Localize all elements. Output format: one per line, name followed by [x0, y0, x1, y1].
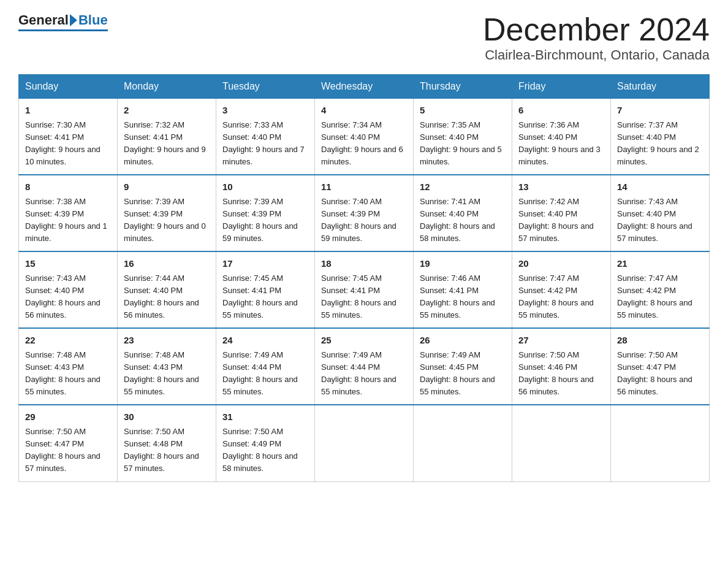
location-title: Clairlea-Birchmount, Ontario, Canada — [483, 47, 710, 63]
day-number: 22 — [25, 334, 111, 348]
calendar-cell — [512, 405, 611, 481]
week-row-3: 15 Sunrise: 7:43 AMSunset: 4:40 PMDaylig… — [19, 251, 710, 328]
day-info: Sunrise: 7:39 AMSunset: 4:39 PMDaylight:… — [124, 197, 206, 243]
weekday-header-saturday: Saturday — [611, 75, 710, 99]
weekday-header-thursday: Thursday — [414, 75, 512, 99]
calendar-cell: 11 Sunrise: 7:40 AMSunset: 4:39 PMDaylig… — [315, 175, 414, 251]
calendar-cell: 22 Sunrise: 7:48 AMSunset: 4:43 PMDaylig… — [19, 328, 118, 405]
day-info: Sunrise: 7:48 AMSunset: 4:43 PMDaylight:… — [25, 350, 100, 396]
day-number: 19 — [420, 257, 506, 271]
day-number: 4 — [321, 104, 407, 118]
day-info: Sunrise: 7:34 AMSunset: 4:40 PMDaylight:… — [321, 120, 403, 166]
day-info: Sunrise: 7:35 AMSunset: 4:40 PMDaylight:… — [420, 120, 502, 166]
day-number: 30 — [124, 410, 210, 424]
calendar-cell: 17 Sunrise: 7:45 AMSunset: 4:41 PMDaylig… — [216, 251, 315, 328]
day-info: Sunrise: 7:44 AMSunset: 4:40 PMDaylight:… — [124, 274, 199, 320]
page-header: General Blue December 2024 Clairlea-Birc… — [18, 12, 710, 63]
calendar-cell — [611, 405, 710, 481]
calendar-cell: 5 Sunrise: 7:35 AMSunset: 4:40 PMDayligh… — [414, 99, 512, 175]
day-info: Sunrise: 7:39 AMSunset: 4:39 PMDaylight:… — [222, 197, 298, 243]
calendar-cell: 20 Sunrise: 7:47 AMSunset: 4:42 PMDaylig… — [512, 251, 611, 328]
day-number: 5 — [420, 104, 506, 118]
day-info: Sunrise: 7:33 AMSunset: 4:40 PMDaylight:… — [222, 120, 305, 166]
day-info: Sunrise: 7:47 AMSunset: 4:42 PMDaylight:… — [518, 274, 594, 320]
calendar-cell: 31 Sunrise: 7:50 AMSunset: 4:49 PMDaylig… — [216, 405, 315, 481]
calendar-cell: 21 Sunrise: 7:47 AMSunset: 4:42 PMDaylig… — [611, 251, 710, 328]
day-info: Sunrise: 7:49 AMSunset: 4:45 PMDaylight:… — [420, 350, 495, 396]
day-number: 24 — [222, 334, 308, 348]
day-info: Sunrise: 7:50 AMSunset: 4:47 PMDaylight:… — [25, 427, 100, 473]
day-info: Sunrise: 7:45 AMSunset: 4:41 PMDaylight:… — [321, 274, 396, 320]
month-title: December 2024 — [483, 12, 710, 47]
calendar-cell: 9 Sunrise: 7:39 AMSunset: 4:39 PMDayligh… — [118, 175, 216, 251]
weekday-header-friday: Friday — [512, 75, 611, 99]
week-row-5: 29 Sunrise: 7:50 AMSunset: 4:47 PMDaylig… — [19, 405, 710, 481]
day-number: 29 — [25, 410, 111, 424]
day-number: 13 — [518, 180, 604, 194]
day-info: Sunrise: 7:49 AMSunset: 4:44 PMDaylight:… — [321, 350, 396, 396]
day-number: 7 — [617, 104, 703, 118]
day-info: Sunrise: 7:41 AMSunset: 4:40 PMDaylight:… — [420, 197, 495, 243]
day-number: 8 — [25, 180, 111, 194]
calendar-cell: 12 Sunrise: 7:41 AMSunset: 4:40 PMDaylig… — [414, 175, 512, 251]
day-info: Sunrise: 7:42 AMSunset: 4:40 PMDaylight:… — [518, 197, 594, 243]
day-number: 3 — [222, 104, 308, 118]
logo-arrow-icon — [70, 14, 77, 26]
calendar-cell — [315, 405, 414, 481]
calendar-cell: 3 Sunrise: 7:33 AMSunset: 4:40 PMDayligh… — [216, 99, 315, 175]
day-number: 15 — [25, 257, 111, 271]
day-number: 11 — [321, 180, 407, 194]
day-info: Sunrise: 7:37 AMSunset: 4:40 PMDaylight:… — [617, 120, 699, 166]
week-row-2: 8 Sunrise: 7:38 AMSunset: 4:39 PMDayligh… — [19, 175, 710, 251]
weekday-header-monday: Monday — [118, 75, 216, 99]
day-number: 18 — [321, 257, 407, 271]
day-number: 16 — [124, 257, 210, 271]
day-info: Sunrise: 7:43 AMSunset: 4:40 PMDaylight:… — [25, 274, 100, 320]
calendar-cell: 2 Sunrise: 7:32 AMSunset: 4:41 PMDayligh… — [118, 99, 216, 175]
week-row-1: 1 Sunrise: 7:30 AMSunset: 4:41 PMDayligh… — [19, 99, 710, 175]
day-number: 10 — [222, 180, 308, 194]
day-info: Sunrise: 7:36 AMSunset: 4:40 PMDaylight:… — [518, 120, 601, 166]
day-info: Sunrise: 7:50 AMSunset: 4:47 PMDaylight:… — [617, 350, 692, 396]
day-info: Sunrise: 7:38 AMSunset: 4:39 PMDaylight:… — [25, 197, 107, 243]
day-number: 20 — [518, 257, 604, 271]
calendar-cell: 13 Sunrise: 7:42 AMSunset: 4:40 PMDaylig… — [512, 175, 611, 251]
calendar-cell: 7 Sunrise: 7:37 AMSunset: 4:40 PMDayligh… — [611, 99, 710, 175]
logo: General Blue — [18, 12, 108, 31]
weekday-header-wednesday: Wednesday — [315, 75, 414, 99]
calendar-cell: 10 Sunrise: 7:39 AMSunset: 4:39 PMDaylig… — [216, 175, 315, 251]
day-number: 14 — [617, 180, 703, 194]
calendar-cell: 23 Sunrise: 7:48 AMSunset: 4:43 PMDaylig… — [118, 328, 216, 405]
logo-underline — [18, 29, 108, 31]
day-info: Sunrise: 7:46 AMSunset: 4:41 PMDaylight:… — [420, 274, 495, 320]
calendar-cell: 24 Sunrise: 7:49 AMSunset: 4:44 PMDaylig… — [216, 328, 315, 405]
day-info: Sunrise: 7:45 AMSunset: 4:41 PMDaylight:… — [222, 274, 298, 320]
calendar-cell: 1 Sunrise: 7:30 AMSunset: 4:41 PMDayligh… — [19, 99, 118, 175]
day-info: Sunrise: 7:50 AMSunset: 4:46 PMDaylight:… — [518, 350, 594, 396]
day-info: Sunrise: 7:49 AMSunset: 4:44 PMDaylight:… — [222, 350, 298, 396]
calendar-cell: 30 Sunrise: 7:50 AMSunset: 4:48 PMDaylig… — [118, 405, 216, 481]
day-info: Sunrise: 7:50 AMSunset: 4:48 PMDaylight:… — [124, 427, 199, 473]
day-number: 21 — [617, 257, 703, 271]
day-number: 6 — [518, 104, 604, 118]
day-number: 23 — [124, 334, 210, 348]
day-info: Sunrise: 7:40 AMSunset: 4:39 PMDaylight:… — [321, 197, 396, 243]
calendar-cell: 16 Sunrise: 7:44 AMSunset: 4:40 PMDaylig… — [118, 251, 216, 328]
day-info: Sunrise: 7:30 AMSunset: 4:41 PMDaylight:… — [25, 120, 100, 166]
calendar-cell: 25 Sunrise: 7:49 AMSunset: 4:44 PMDaylig… — [315, 328, 414, 405]
week-row-4: 22 Sunrise: 7:48 AMSunset: 4:43 PMDaylig… — [19, 328, 710, 405]
day-info: Sunrise: 7:32 AMSunset: 4:41 PMDaylight:… — [124, 120, 206, 166]
day-number: 27 — [518, 334, 604, 348]
day-number: 1 — [25, 104, 111, 118]
day-number: 26 — [420, 334, 506, 348]
day-number: 31 — [222, 410, 308, 424]
calendar-cell: 15 Sunrise: 7:43 AMSunset: 4:40 PMDaylig… — [19, 251, 118, 328]
calendar-table: SundayMondayTuesdayWednesdayThursdayFrid… — [18, 74, 710, 481]
calendar-cell: 18 Sunrise: 7:45 AMSunset: 4:41 PMDaylig… — [315, 251, 414, 328]
weekday-header-sunday: Sunday — [19, 75, 118, 99]
calendar-cell: 4 Sunrise: 7:34 AMSunset: 4:40 PMDayligh… — [315, 99, 414, 175]
calendar-cell: 8 Sunrise: 7:38 AMSunset: 4:39 PMDayligh… — [19, 175, 118, 251]
day-info: Sunrise: 7:48 AMSunset: 4:43 PMDaylight:… — [124, 350, 199, 396]
day-number: 25 — [321, 334, 407, 348]
day-info: Sunrise: 7:43 AMSunset: 4:40 PMDaylight:… — [617, 197, 692, 243]
